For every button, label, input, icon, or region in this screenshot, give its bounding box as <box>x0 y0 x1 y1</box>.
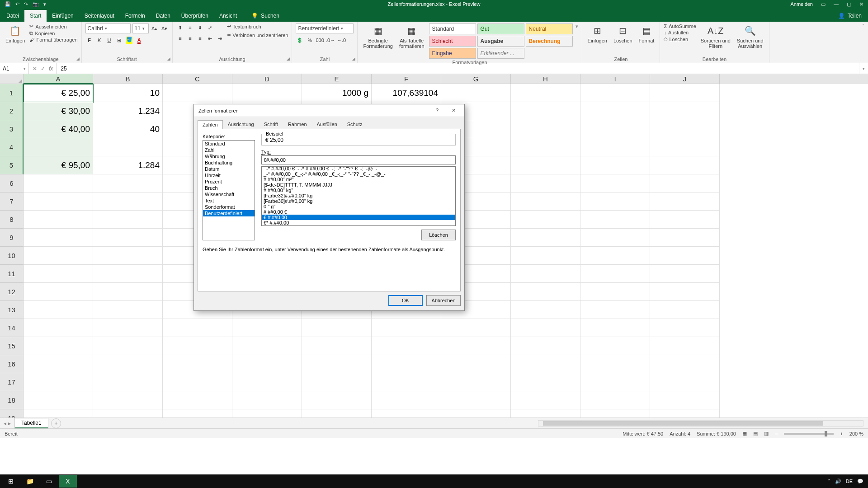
category-item[interactable]: Buchhaltung <box>203 160 255 166</box>
cell[interactable] <box>93 373 163 391</box>
add-sheet-icon[interactable]: ＋ <box>51 418 61 428</box>
column-header[interactable]: E <box>302 74 372 84</box>
tab-datei[interactable]: Datei <box>1 10 24 22</box>
row-header[interactable]: 8 <box>0 211 24 229</box>
type-list-item[interactable]: € #.##0,00 <box>262 215 455 220</box>
type-list-item[interactable]: 0 " g" <box>262 204 455 209</box>
cell[interactable] <box>650 265 720 283</box>
format-as-table-button[interactable]: ▦Als Tabelle formatieren <box>397 23 426 50</box>
clipboard-launcher-icon[interactable]: ◢ <box>76 56 80 61</box>
taskbar-explorer-icon[interactable]: 📁 <box>21 475 39 488</box>
clear-button[interactable]: ◇Löschen <box>664 36 696 42</box>
cell[interactable] <box>93 138 163 156</box>
tab-seitenlayout[interactable]: Seitenlayout <box>79 10 120 22</box>
dialog-tab[interactable]: Zahlen <box>198 120 223 129</box>
row-header[interactable]: 15 <box>0 337 24 355</box>
fx-icon[interactable]: fx <box>49 66 53 72</box>
cell[interactable]: 1.234 <box>93 102 163 120</box>
sort-filter-button[interactable]: A↓ZSortieren und Filtern <box>699 23 732 50</box>
cell[interactable] <box>650 84 720 102</box>
number-launcher-icon[interactable]: ◢ <box>352 56 355 61</box>
cell[interactable] <box>163 409 232 418</box>
row-header[interactable]: 18 <box>0 391 24 409</box>
cell[interactable]: 107,639104 <box>372 84 441 102</box>
cell-style-erklaerender[interactable]: Erklärender ... <box>477 48 524 59</box>
align-right-icon[interactable]: ≡ <box>196 34 204 42</box>
cell[interactable] <box>580 174 650 192</box>
percent-format-icon[interactable]: % <box>306 36 314 44</box>
cell[interactable] <box>302 319 372 337</box>
align-left-icon[interactable]: ≡ <box>176 34 184 42</box>
align-launcher-icon[interactable]: ◢ <box>287 56 290 61</box>
cell-style-berechnung[interactable]: Berechnung <box>526 36 573 47</box>
cell[interactable] <box>580 373 650 391</box>
type-list-item[interactable]: #.##0,00 € <box>262 209 455 215</box>
cell[interactable] <box>163 355 232 373</box>
cell[interactable] <box>232 391 302 409</box>
column-header[interactable]: D <box>232 74 302 84</box>
format-cells-button[interactable]: ▤Format <box>637 23 656 44</box>
cut-button[interactable]: ✂Ausschneiden <box>29 23 77 29</box>
cell[interactable]: 10 <box>93 84 163 102</box>
type-list-item[interactable]: _-* #.##0,00 _€_-;-* #.##0,00 _€_-;_-* "… <box>262 171 455 177</box>
font-name-combo[interactable]: Calibri▾ <box>85 23 131 33</box>
cell[interactable] <box>650 156 720 174</box>
cell[interactable] <box>163 391 232 409</box>
cell[interactable] <box>511 265 580 283</box>
cell[interactable] <box>650 102 720 120</box>
type-list-item[interactable]: #.##0,00" kg" <box>262 188 455 193</box>
conditional-formatting-button[interactable]: ▦Bedingte Formatierung <box>361 23 394 50</box>
bold-button[interactable]: F <box>85 36 94 44</box>
share-button[interactable]: 👤Teilen <box>832 10 868 22</box>
cell[interactable] <box>511 102 580 120</box>
fill-button[interactable]: ↓Ausfüllen <box>664 30 696 35</box>
cell[interactable] <box>511 409 580 418</box>
column-header[interactable]: A <box>24 74 93 84</box>
cell[interactable] <box>441 373 511 391</box>
taskbar-app-icon[interactable]: ▭ <box>40 475 58 488</box>
format-painter-button[interactable]: 🖌Format übertragen <box>29 37 77 42</box>
cell[interactable] <box>650 192 720 211</box>
cell[interactable] <box>163 319 232 337</box>
tab-start[interactable]: Start <box>24 10 47 22</box>
cell[interactable] <box>24 373 93 391</box>
cell[interactable] <box>24 283 93 301</box>
start-button[interactable]: ⊞ <box>2 475 20 488</box>
cell[interactable] <box>24 229 93 247</box>
autosum-button[interactable]: ΣAutoSumme <box>664 23 696 29</box>
wrap-text-button[interactable]: ↩Textumbruch <box>227 23 288 29</box>
cell[interactable]: 1.284 <box>93 156 163 174</box>
cancel-button[interactable]: Abbrechen <box>426 295 461 306</box>
close-icon[interactable]: ✕ <box>859 1 863 7</box>
delete-cells-button[interactable]: ⊟Löschen <box>612 23 634 44</box>
cell[interactable] <box>302 337 372 355</box>
redo-icon[interactable]: ↷ <box>24 1 28 7</box>
type-list-item[interactable]: [Farbe30]#.##0,00" kg" <box>262 198 455 204</box>
copy-button[interactable]: ⧉Kopieren <box>29 30 77 36</box>
category-item[interactable]: Bruch <box>203 185 255 191</box>
cell[interactable] <box>441 84 511 102</box>
cell[interactable] <box>232 84 302 102</box>
select-all-corner[interactable] <box>0 74 24 84</box>
column-header[interactable]: F <box>372 74 441 84</box>
cell[interactable] <box>580 156 650 174</box>
cell[interactable] <box>650 301 720 319</box>
indent-icon[interactable]: ⇥ <box>216 34 224 42</box>
column-header[interactable]: B <box>93 74 163 84</box>
cell[interactable] <box>511 138 580 156</box>
cell[interactable] <box>650 409 720 418</box>
zoom-out-icon[interactable]: − <box>775 431 778 436</box>
category-item[interactable]: Text <box>203 197 255 204</box>
maximize-icon[interactable]: ▢ <box>847 1 851 7</box>
cell[interactable] <box>580 102 650 120</box>
cell[interactable] <box>511 391 580 409</box>
styles-more-icon[interactable]: ▾ <box>576 23 578 29</box>
grow-font-icon[interactable]: A▴ <box>151 24 159 33</box>
dialog-tab[interactable]: Ausrichtung <box>223 120 259 129</box>
cell[interactable] <box>511 355 580 373</box>
type-list-item[interactable]: €* #.##0,00 <box>262 220 455 225</box>
tab-daten[interactable]: Daten <box>151 10 176 22</box>
category-item[interactable]: Zahl <box>203 147 255 153</box>
border-button[interactable]: ⊞ <box>115 36 123 44</box>
cell[interactable] <box>511 283 580 301</box>
